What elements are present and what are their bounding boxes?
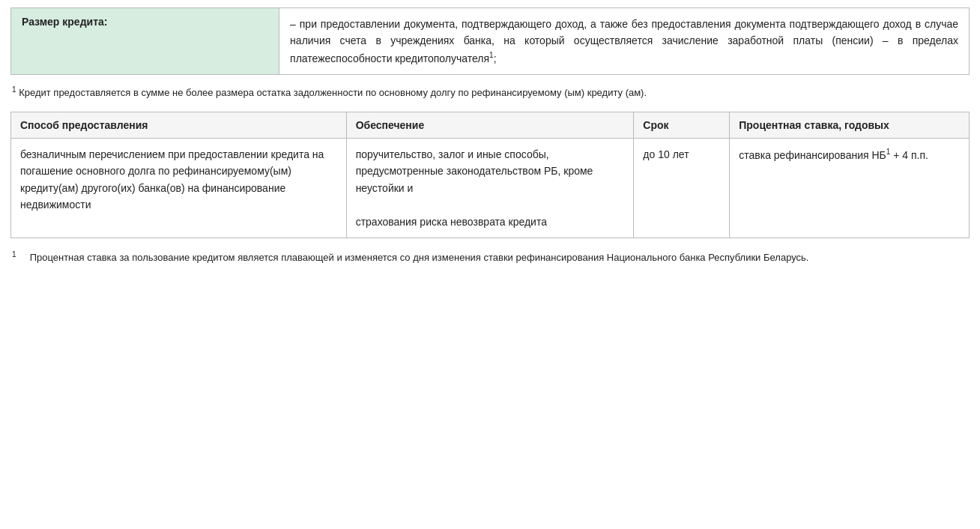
credit-size-value: – при предоставлении документа, подтверж… bbox=[279, 8, 970, 75]
header-rate: Процентная ставка, годовых bbox=[730, 112, 970, 138]
cell-method: безналичным перечислением при предоставл… bbox=[11, 138, 347, 238]
cell-term: до 10 лет bbox=[634, 138, 730, 238]
credit-size-table: Размер кредита: – при предоставлении док… bbox=[10, 7, 970, 75]
footnote-marker-top: 1 bbox=[12, 85, 16, 94]
credit-size-label: Размер кредита: bbox=[11, 8, 279, 75]
header-security: Обеспечение bbox=[346, 112, 634, 138]
table-row: безналичным перечислением при предоставл… bbox=[11, 138, 970, 238]
header-method: Способ предоставления bbox=[11, 112, 347, 138]
main-credit-table: Способ предоставления Обеспечение Срок П… bbox=[10, 112, 970, 238]
header-term: Срок bbox=[634, 112, 730, 138]
cell-security: поручительство, залог и иные способы, пр… bbox=[346, 138, 634, 238]
footnote-bottom: 1 Процентная ставка за пользование креди… bbox=[10, 249, 970, 266]
footnote-top: 1 Кредит предоставляется в сумме не боле… bbox=[10, 84, 970, 101]
cell-rate: ставка рефинансирования НБ1 + 4 п.п. bbox=[730, 138, 970, 238]
footnote-marker-bottom: 1 bbox=[12, 250, 16, 259]
